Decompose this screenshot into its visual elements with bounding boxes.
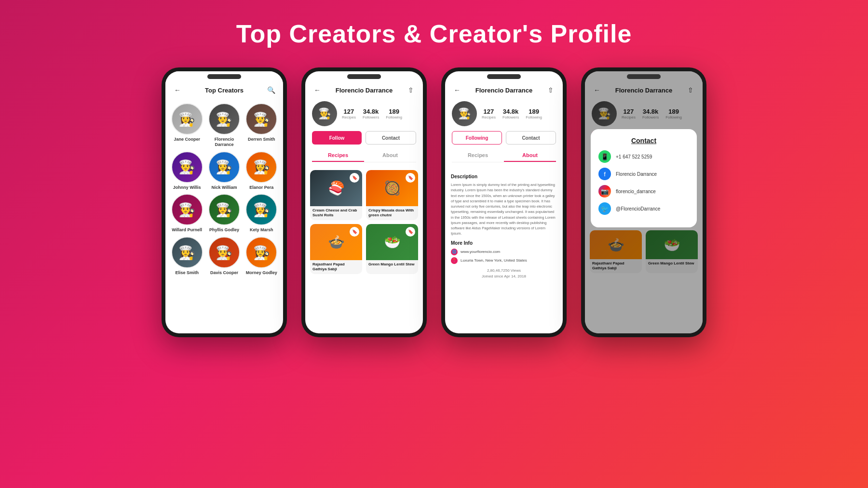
avatar: 👩‍🍳 [245, 151, 277, 183]
stat-num: 189 [529, 108, 539, 115]
avatar: 👩‍🍳 [171, 237, 203, 268]
profile-top-bar-phone3: ← Florencio Darrance ⇧ [452, 85, 556, 95]
description-title: Description [451, 173, 557, 180]
stat-followers-p3: 34.8k Followers [502, 108, 519, 119]
phone-1: ← Top Creators 🔍 👩‍🍳 Jane Cooper 👨‍🍳 Flo… [162, 67, 287, 337]
contact-button-phone3[interactable]: Contact [506, 131, 556, 145]
profile-avatar-phone2: 👨‍🍳 [312, 101, 337, 126]
facebook-name: Florencio Darrance [616, 171, 657, 177]
profile-info-row-phone3: 👨‍🍳 127 Recipes 34.8k Followers 189 Fo [452, 101, 556, 126]
recipe-card[interactable]: 🍲 🔖 Rajasthani Papad Gathiya Sabji [310, 224, 362, 274]
views-count: 2,80,46,7250 Views [451, 268, 557, 274]
stat-label: Following [526, 115, 542, 119]
list-item[interactable]: 👩‍🍳 Elise Smith [170, 237, 203, 276]
list-item[interactable]: 👩‍🍳 Nick William [207, 151, 241, 190]
creator-name: Jane Cooper [174, 137, 200, 142]
creator-name: Kety Marsh [250, 227, 273, 233]
list-item[interactable]: 👩‍🍳 Kety Marsh [245, 194, 278, 233]
contact-modal: Contact 📱 +1 647 522 5259 f Florencio Da… [591, 129, 697, 227]
recipe-card[interactable]: 🥘 🔖 Crispy Masala dosa With green chutni [366, 170, 418, 220]
avatar: 👩‍🍳 [171, 103, 203, 135]
stat-label: Recipes [482, 115, 496, 119]
contact-item-facebook[interactable]: f Florencio Darrance [598, 168, 689, 180]
list-item[interactable]: 👨‍🍳 Florencio Darrance [207, 103, 241, 147]
share-icon-phone2[interactable]: ⇧ [406, 85, 416, 95]
follow-button-phone2[interactable]: Follow [312, 131, 362, 145]
description-text: Lorem Ipsum is simply dummy text of the … [451, 182, 557, 237]
stat-following: 189 Following [386, 108, 402, 119]
list-item[interactable]: 👨‍🍳 Willard Purnell [170, 194, 203, 233]
stat-num-followers: 34.8k [363, 108, 379, 115]
bookmark-icon[interactable]: 🔖 [350, 227, 359, 237]
list-item[interactable]: 👩‍🍳 Morney Godley [245, 237, 278, 276]
profile-tabs-phone3: Recipes About [452, 149, 556, 162]
location-text: Luxuria Town, New York, United States [461, 258, 527, 264]
profile-name-phone2: Florencio Darrance [336, 87, 393, 94]
more-info-title: More Info [451, 239, 557, 247]
tab-recipes-phone3[interactable]: Recipes [452, 149, 504, 162]
instagram-handle: florencio_darrance [616, 189, 656, 194]
stat-recipes-p3: 127 Recipes [482, 108, 496, 119]
phone-4: ← Florencio Darrance ⇧ 👨‍🍳 127 Recipes [581, 67, 706, 337]
views-stats: 2,80,46,7250 Views Joined since Apr 14, … [451, 268, 557, 279]
back-icon-phone2[interactable]: ← [312, 85, 323, 95]
profile-avatar-phone3: 👨‍🍳 [452, 101, 477, 126]
profile-info-row-phone2: 👨‍🍳 127 Recipes 34.8k Followers 189 Fo [312, 101, 416, 126]
creator-name: Phyllis Godley [209, 227, 239, 233]
list-item[interactable]: 👨‍🍳 Davis Cooper [207, 237, 241, 276]
profile-stats-phone2: 127 Recipes 34.8k Followers 189 Followin… [342, 108, 402, 119]
contact-item-whatsapp[interactable]: 📱 +1 647 522 5259 [598, 150, 689, 163]
list-item[interactable]: 👨‍🍳 Derren Smith [245, 103, 278, 147]
profile-top-bar-phone2: ← Florencio Darrance ⇧ [312, 85, 416, 95]
following-button-phone3[interactable]: Following [452, 131, 502, 145]
contact-button-phone2[interactable]: Contact [366, 131, 416, 145]
share-icon-phone3[interactable]: ⇧ [545, 85, 556, 95]
avatar: 👨‍🍳 [208, 103, 240, 135]
contact-modal-title: Contact [598, 137, 689, 145]
stat-num-following: 189 [389, 108, 399, 115]
list-item[interactable]: 👩‍🍳 Phyllis Godley [207, 194, 241, 233]
stat-label-recipes: Recipes [342, 115, 356, 119]
contact-item-twitter[interactable]: 🐦 @FlorencioDarrance [598, 202, 689, 215]
bookmark-icon[interactable]: 🔖 [406, 227, 415, 237]
profile-stats-phone3: 127 Recipes 34.8k Followers 189 Followin… [482, 108, 542, 119]
list-item[interactable]: 👩‍🍳 Elanor Pera [245, 151, 278, 190]
whatsapp-icon: 📱 [598, 150, 611, 163]
creator-name: Florencio Darrance [207, 137, 241, 147]
creator-name: Willard Purnell [172, 227, 202, 233]
tab-recipes-phone2[interactable]: Recipes [312, 149, 364, 162]
creator-name: Johnny Willis [173, 185, 201, 190]
bookmark-icon[interactable]: 🔖 [350, 173, 359, 183]
tab-about-phone3[interactable]: About [504, 149, 556, 162]
recipe-name: Rajasthani Papad Gathiya Sabji [310, 260, 362, 274]
phone-1-screen: ← Top Creators 🔍 👩‍🍳 Jane Cooper 👨‍🍳 Flo… [165, 71, 283, 333]
avatar: 👩‍🍳 [208, 151, 240, 183]
tab-about-phone2[interactable]: About [364, 149, 416, 162]
list-item[interactable]: 👨‍🍳 Johnny Willis [170, 151, 203, 190]
stat-label-followers: Followers [363, 115, 379, 119]
recipe-card[interactable]: 🍣 🔖 Cream Cheese and Crab Sushi Rolls [310, 170, 362, 220]
profile-tabs-phone2: Recipes About [312, 149, 416, 162]
creators-grid: 👩‍🍳 Jane Cooper 👨‍🍳 Florencio Darrance 👨… [165, 99, 283, 279]
about-content-phone3: Description Lorem Ipsum is simply dummy … [445, 166, 563, 283]
back-icon-phone3[interactable]: ← [452, 85, 462, 95]
avatar: 👩‍🍳 [245, 194, 277, 225]
website-info: 🌐 www.yourflorencio.com [451, 249, 557, 255]
phone-3: ← Florencio Darrance ⇧ 👨‍🍳 127 Recipes 3… [441, 67, 567, 337]
stat-num: 127 [484, 108, 494, 115]
recipe-name: Green Mango Lentil Stew [366, 260, 418, 269]
bookmark-icon[interactable]: 🔖 [406, 173, 415, 183]
profile-header-phone3: ← Florencio Darrance ⇧ 👨‍🍳 127 Recipes 3… [445, 71, 563, 166]
recipe-card[interactable]: 🥗 🔖 Green Mango Lentil Stew [366, 224, 418, 274]
stat-recipes: 127 Recipes [342, 108, 356, 119]
recipe-grid-phone2: 🍣 🔖 Cream Cheese and Crab Sushi Rolls 🥘 … [305, 166, 423, 278]
stat-num: 34.8k [503, 108, 519, 115]
list-item[interactable]: 👩‍🍳 Jane Cooper [170, 103, 203, 147]
search-icon-phone1[interactable]: 🔍 [266, 85, 276, 95]
recipe-name: Cream Cheese and Crab Sushi Rolls [310, 206, 362, 220]
contact-item-instagram[interactable]: 📷 florencio_darrance [598, 185, 689, 198]
creator-name: Elanor Pera [249, 185, 273, 190]
back-icon-phone1[interactable]: ← [172, 85, 183, 95]
avatar: 👨‍🍳 [171, 151, 203, 183]
phone-1-header: ← Top Creators 🔍 [165, 71, 283, 99]
